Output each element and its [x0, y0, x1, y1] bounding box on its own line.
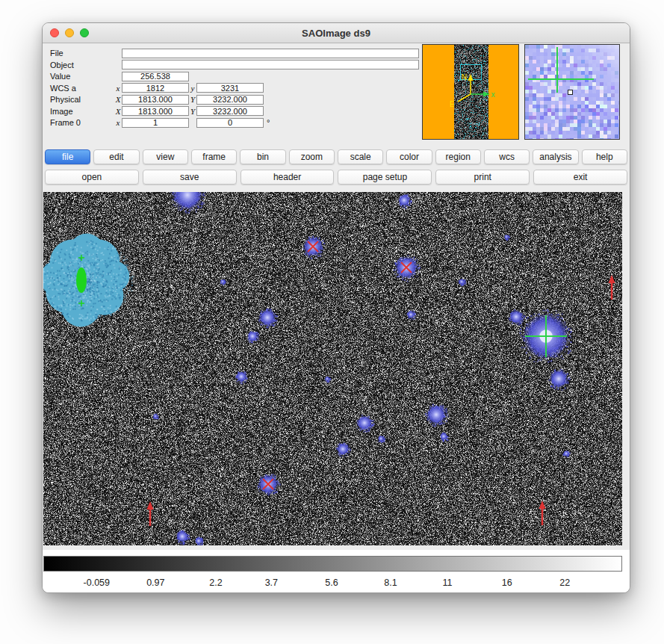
tick-label: 5.6 — [325, 578, 338, 588]
menu-wcs[interactable]: wcs — [484, 149, 530, 164]
tick-label: -0.059 — [84, 578, 110, 588]
wcs-x-key: x — [114, 84, 122, 93]
colorbar-section: -0.059 0.97 2.2 3.7 5.6 8.1 11 16 22 — [43, 550, 630, 592]
tick-label: 8.1 — [384, 578, 397, 588]
panner[interactable] — [422, 44, 519, 140]
colorbar[interactable] — [43, 556, 622, 572]
menu-scale[interactable]: scale — [338, 149, 383, 164]
physical-y-field[interactable]: 3232.000 — [196, 95, 264, 105]
title-bar[interactable]: SAOImage ds9 — [43, 23, 630, 43]
value-label: Value — [43, 72, 114, 81]
object-field[interactable] — [122, 60, 419, 69]
colorbar-ticks: -0.059 0.97 2.2 3.7 5.6 8.1 11 16 22 — [43, 578, 622, 592]
zoom-button[interactable] — [80, 28, 89, 37]
magnifier-canvas[interactable] — [525, 45, 619, 139]
physical-x-field[interactable]: 1813.000 — [122, 95, 189, 105]
tick-label: 0.97 — [146, 578, 164, 588]
minimize-button[interactable] — [65, 28, 74, 37]
menu-frame[interactable]: frame — [191, 149, 237, 164]
menu-view[interactable]: view — [143, 149, 188, 164]
close-button[interactable] — [50, 28, 59, 37]
image-x-key: X — [114, 107, 122, 116]
menu-help[interactable]: help — [582, 149, 627, 164]
file-label: File — [43, 49, 114, 58]
tick-label: 11 — [442, 578, 452, 588]
frame-field-1[interactable]: 1 — [122, 118, 189, 128]
menu-bin[interactable]: bin — [240, 149, 285, 164]
image-y-key: Y — [189, 107, 196, 116]
menu-file[interactable]: file — [45, 149, 90, 164]
image-area — [43, 188, 630, 550]
main-image-canvas[interactable] — [43, 192, 622, 545]
menu-region[interactable]: region — [435, 149, 481, 164]
wcs-y-field[interactable]: 3231 — [196, 83, 264, 93]
wcs-x-field[interactable]: 1812 — [122, 83, 189, 93]
magnifier[interactable] — [524, 44, 620, 140]
tick-label: 22 — [559, 578, 570, 588]
file-menu-bar: open save header page setup print exit — [43, 168, 630, 188]
tick-label: 16 — [502, 578, 512, 588]
image-label: Image — [43, 107, 114, 116]
menu-bar: file edit view frame bin zoom scale colo… — [43, 147, 630, 168]
menu-color[interactable]: color — [386, 149, 432, 164]
wcs-y-key: y — [189, 84, 196, 93]
physical-x-key: X — [114, 95, 122, 104]
frame-x-key: x — [114, 118, 122, 127]
file-field[interactable] — [122, 49, 419, 58]
tick-label: 3.7 — [265, 578, 278, 588]
page-setup-button[interactable]: page setup — [338, 170, 432, 185]
print-button[interactable]: print — [435, 170, 530, 185]
menu-zoom[interactable]: zoom — [289, 149, 335, 164]
frame-field-2[interactable]: 0 — [196, 118, 264, 128]
value-field[interactable]: 256.538 — [122, 72, 189, 81]
window-title: SAOImage ds9 — [302, 28, 370, 39]
wcs-label: WCS a — [43, 84, 114, 93]
save-button[interactable]: save — [143, 170, 237, 185]
info-panel: File Object Value 256.538 WCS a x 1812 y… — [43, 43, 630, 147]
ds9-window: SAOImage ds9 File Object Value 256.538 W… — [42, 22, 630, 593]
traffic-lights — [50, 28, 89, 37]
menu-edit[interactable]: edit — [93, 149, 139, 164]
frame-label: Frame 0 — [43, 118, 114, 127]
image-x-field[interactable]: 1813.000 — [122, 106, 189, 116]
exit-button[interactable]: exit — [533, 170, 627, 185]
degree-suffix: ° — [267, 118, 270, 127]
panner-canvas[interactable] — [423, 45, 518, 139]
tick-label: 2.2 — [209, 578, 222, 588]
menu-analysis[interactable]: analysis — [533, 149, 578, 164]
physical-y-key: Y — [189, 95, 196, 104]
open-button[interactable]: open — [45, 170, 139, 185]
physical-label: Physical — [43, 95, 114, 104]
image-y-field[interactable]: 3232.000 — [196, 106, 264, 116]
header-button[interactable]: header — [241, 170, 335, 185]
object-label: Object — [43, 61, 114, 69]
